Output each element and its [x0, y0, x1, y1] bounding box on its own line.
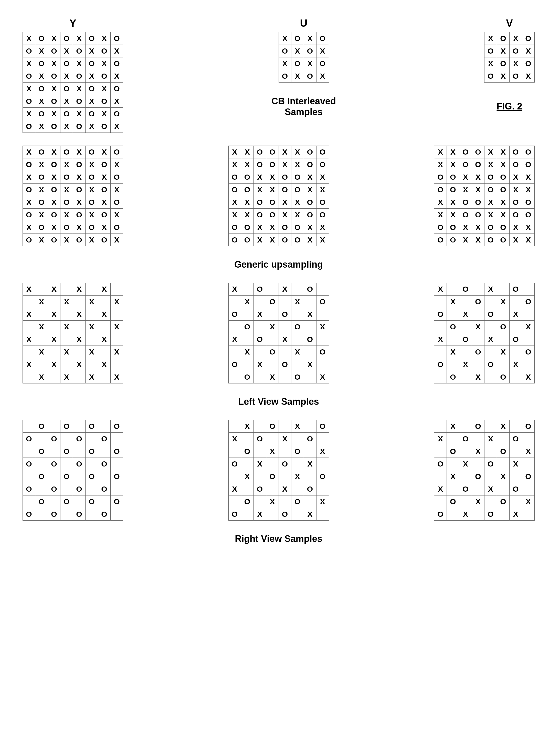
grid-cell: X: [48, 196, 60, 209]
grid-cell: O: [241, 183, 253, 196]
grid-cell: [304, 346, 316, 358]
grid-cell: X: [316, 183, 329, 196]
grid-cell: X: [253, 234, 266, 246]
grid-cell: [98, 371, 111, 383]
grid-cell: X: [510, 171, 522, 183]
grid-cell: X: [85, 183, 98, 196]
grid-cell: X: [522, 45, 535, 57]
grid-cell: O: [316, 57, 329, 70]
grid-cell: [304, 420, 316, 433]
grid-cell: X: [316, 371, 329, 383]
grid-cell: X: [522, 321, 535, 333]
header-u: U: [300, 17, 308, 29]
grid-cell: [111, 333, 123, 346]
grid-cell: [278, 346, 291, 358]
grid-cell: O: [316, 158, 329, 171]
grid-cell: X: [510, 458, 522, 470]
grid-cell: X: [522, 171, 535, 183]
grid-cell: [510, 470, 522, 483]
grid-cell: O: [497, 495, 510, 508]
grid-cell: [447, 433, 459, 445]
grid-cell: [253, 346, 266, 358]
grid-cell: X: [241, 420, 253, 433]
grid-cell: O: [48, 209, 60, 221]
grid-cell: [497, 458, 510, 470]
grid-cell: O: [447, 234, 459, 246]
grid-cell: [472, 358, 484, 371]
grid-cell: X: [23, 333, 35, 346]
grid-cell: X: [73, 221, 85, 234]
grid-cell: [522, 433, 535, 445]
grid-cell: X: [316, 495, 329, 508]
grid-cell: [266, 483, 278, 495]
grid-cell: [23, 346, 35, 358]
grid-cell: O: [98, 95, 111, 108]
grid-cell: X: [35, 346, 48, 358]
grid-cell: X: [472, 171, 484, 183]
grid-cell: X: [316, 321, 329, 333]
grid-cell: O: [304, 333, 316, 346]
grid-cell: X: [472, 321, 484, 333]
grid-cell: X: [253, 171, 266, 183]
grid-cell: [497, 358, 510, 371]
grid-cell: X: [23, 32, 35, 45]
grid-cell: O: [304, 283, 316, 296]
grid-cell: X: [472, 495, 484, 508]
grid-cell: O: [73, 508, 85, 520]
grid-cell: O: [304, 146, 316, 158]
grid-cell: O: [73, 483, 85, 495]
grid-cell: O: [447, 371, 459, 383]
grid-cell: O: [253, 283, 266, 296]
grid-cell: [228, 495, 241, 508]
grid-cell: O: [510, 283, 522, 296]
grid-cell: X: [459, 221, 472, 234]
grid-cell: O: [60, 196, 73, 209]
grid-cell: [522, 358, 535, 371]
grid-cell: O: [253, 146, 266, 158]
grid-cell: [434, 346, 447, 358]
grid-cell: O: [291, 495, 304, 508]
grid-cell: O: [85, 196, 98, 209]
grid-cell: O: [316, 470, 329, 483]
grid-cell: X: [48, 82, 60, 95]
grid-cell: X: [447, 470, 459, 483]
grid-cell: [23, 420, 35, 433]
grid-cell: X: [510, 234, 522, 246]
grid-cell: O: [484, 508, 497, 520]
grid-cell: X: [253, 183, 266, 196]
grid-cell: X: [111, 70, 123, 82]
grid-cell: X: [228, 209, 241, 221]
grid-cell: O: [266, 158, 278, 171]
grid-cell: [472, 483, 484, 495]
grid-cell: X: [434, 209, 447, 221]
grid-cell: [278, 445, 291, 458]
grid-cell: [60, 358, 73, 371]
grid-cell: X: [447, 296, 459, 308]
grid-cell: O: [278, 308, 291, 321]
grid-cell: [253, 321, 266, 333]
grid-cell: [85, 358, 98, 371]
grid-cell: O: [23, 95, 35, 108]
grid-cell: O: [241, 221, 253, 234]
grid-cell: X: [23, 57, 35, 70]
grid-cell: O: [111, 445, 123, 458]
grid-cell: O: [111, 171, 123, 183]
grid-cell: O: [434, 358, 447, 371]
grid-cell: O: [497, 183, 510, 196]
grid-cell: [316, 358, 329, 371]
grid-cell: X: [241, 196, 253, 209]
grid-cell: [98, 420, 111, 433]
grid-cell: O: [522, 32, 535, 45]
grid-cell: X: [497, 196, 510, 209]
grid-cell: O: [73, 120, 85, 133]
grid-top-u: XOXOOXOXXOXOOXOX: [278, 32, 329, 82]
grid-cell: O: [98, 458, 111, 470]
grid-cell: X: [472, 221, 484, 234]
grid-cell: O: [434, 458, 447, 470]
grid-cell: X: [48, 333, 60, 346]
grid-cell: X: [23, 308, 35, 321]
grid-cell: O: [266, 470, 278, 483]
grid-cell: O: [23, 120, 35, 133]
grid-cell: [522, 333, 535, 346]
grid-cell: O: [434, 183, 447, 196]
